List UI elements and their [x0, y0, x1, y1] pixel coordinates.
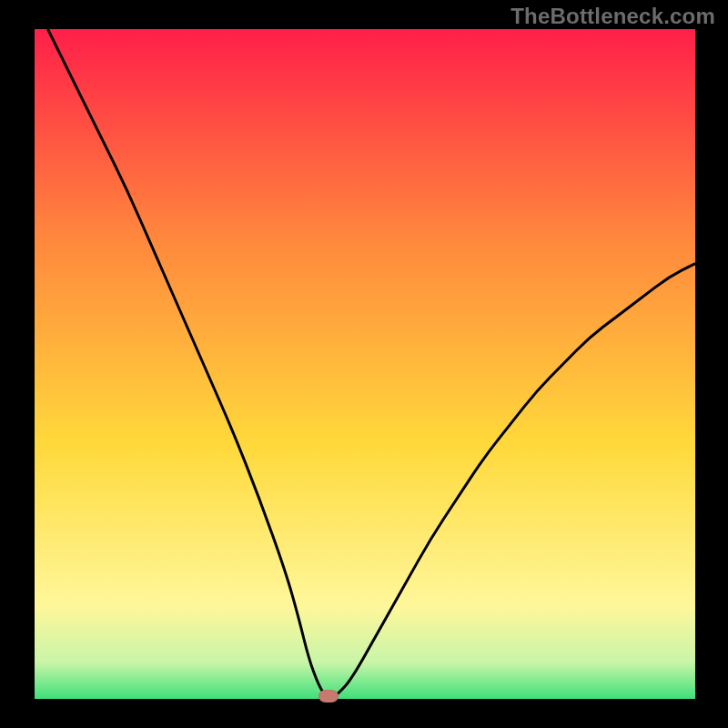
watermark-text: TheBottleneck.com — [511, 4, 715, 29]
optimum-marker — [318, 690, 339, 703]
chart-frame: TheBottleneck.com — [0, 0, 728, 728]
bottleneck-chart — [35, 29, 695, 699]
plot-background — [35, 29, 695, 699]
